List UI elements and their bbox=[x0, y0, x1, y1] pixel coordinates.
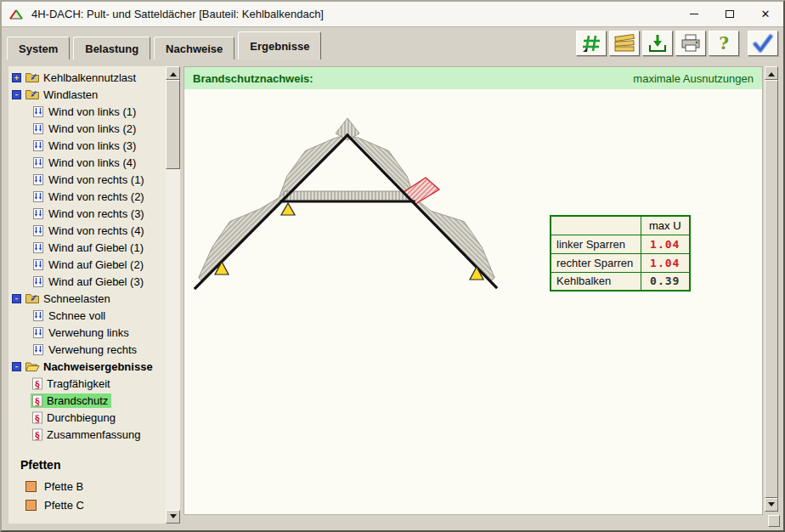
load-icon bbox=[31, 326, 45, 339]
scroll-up-button[interactable] bbox=[166, 66, 180, 80]
tree-item-label: Wind von rechts (4) bbox=[48, 224, 144, 237]
pfetten-heading: Pfetten bbox=[20, 458, 166, 472]
pcae-logo-icon bbox=[580, 33, 602, 54]
print-button[interactable] bbox=[675, 31, 706, 56]
tree-item[interactable]: Verwehung links bbox=[8, 324, 166, 341]
table-row: rechter Sparren1.04 bbox=[551, 253, 690, 272]
load-icon bbox=[31, 190, 45, 203]
timber-boards-icon bbox=[613, 33, 635, 54]
table-row: linker Sparren1.04 bbox=[551, 235, 690, 253]
help-icon: ? bbox=[713, 33, 735, 54]
close-icon: ✕ bbox=[761, 8, 771, 20]
load-icon bbox=[31, 309, 45, 322]
pcae-logo-button[interactable] bbox=[576, 31, 607, 56]
tree-item[interactable]: -Windlasten bbox=[8, 86, 166, 103]
scroll-thumb[interactable] bbox=[166, 80, 180, 169]
tab-ergebnisse[interactable]: Ergebnisse bbox=[238, 31, 321, 59]
tree-item[interactable]: §Brandschutz bbox=[8, 392, 166, 409]
tree-item[interactable]: +Kehlbalkennutzlast bbox=[8, 69, 166, 86]
scroll-track[interactable] bbox=[765, 80, 778, 498]
app-window: 4H-DACH: Pult- und Satteldächer [Bauteil… bbox=[0, 0, 785, 532]
resize-grip[interactable] bbox=[768, 515, 780, 527]
main-scrollbar[interactable] bbox=[765, 66, 778, 512]
pfetten-section: Pfetten Pfette BPfette C bbox=[8, 458, 166, 514]
tree-item[interactable]: §Durchbiegung bbox=[8, 409, 166, 426]
tree-item[interactable]: Verwehung rechts bbox=[8, 341, 166, 358]
pfette-item[interactable]: Pfette C bbox=[8, 495, 166, 514]
arrow-down-icon bbox=[170, 514, 177, 522]
tree-item[interactable]: Wind auf Giebel (3) bbox=[8, 273, 166, 290]
toolbar: ? bbox=[576, 31, 778, 59]
window-title: 4H-DACH: Pult- und Satteldächer [Bauteil… bbox=[31, 8, 676, 20]
paragraph-icon: § bbox=[31, 377, 43, 390]
close-button[interactable]: ✕ bbox=[748, 2, 783, 26]
scroll-down-button[interactable] bbox=[166, 510, 180, 524]
confirm-icon bbox=[752, 33, 774, 54]
utilization-value: 0.39 bbox=[641, 272, 690, 291]
maximize-button[interactable] bbox=[712, 2, 748, 26]
load-icon bbox=[31, 156, 45, 169]
left-rafter bbox=[195, 135, 347, 288]
arrow-up-icon bbox=[170, 69, 177, 76]
tree-item[interactable]: Wind von links (4) bbox=[8, 154, 166, 171]
pfette-swatch-icon bbox=[25, 481, 37, 492]
tree-item-label: Wind von rechts (2) bbox=[48, 190, 144, 203]
folder-load-icon bbox=[25, 88, 40, 100]
tree-item[interactable]: Wind auf Giebel (2) bbox=[8, 256, 166, 273]
help-button[interactable]: ? bbox=[709, 31, 739, 56]
table-header-row: max U bbox=[551, 216, 690, 235]
collapse-minus-icon[interactable]: - bbox=[12, 294, 21, 303]
tab-belastung[interactable]: Belastung bbox=[73, 37, 150, 59]
timber-boards-button[interactable] bbox=[609, 31, 640, 56]
print-icon bbox=[680, 33, 702, 54]
svg-text:?: ? bbox=[719, 33, 729, 54]
scroll-thumb[interactable] bbox=[765, 80, 778, 498]
tree-item[interactable]: Wind von rechts (1) bbox=[8, 171, 166, 188]
tree-item[interactable]: Wind von rechts (3) bbox=[8, 205, 166, 222]
tab-system[interactable]: System bbox=[7, 37, 70, 59]
content-area: +Kehlbalkennutzlast-WindlastenWind von l… bbox=[2, 59, 783, 530]
tab-nachweise[interactable]: Nachweise bbox=[154, 37, 234, 59]
paragraph-icon: § bbox=[31, 394, 43, 407]
app-icon bbox=[8, 7, 25, 22]
arrow-up-icon bbox=[768, 69, 775, 76]
tree-item[interactable]: Wind von links (3) bbox=[8, 137, 166, 154]
utilization-value: 1.04 bbox=[641, 235, 690, 253]
tree-item[interactable]: Schnee voll bbox=[8, 307, 166, 324]
tree-item[interactable]: -Schneelasten bbox=[8, 290, 166, 307]
tree-item[interactable]: §Zusammenfassung bbox=[8, 426, 166, 443]
sidebar-tree: +Kehlbalkennutzlast-WindlastenWind von l… bbox=[8, 69, 166, 443]
expand-plus-icon[interactable]: + bbox=[12, 73, 21, 82]
scroll-down-button[interactable] bbox=[765, 498, 778, 512]
collapse-minus-icon[interactable]: - bbox=[12, 362, 21, 371]
tree-item-label: Wind auf Giebel (1) bbox=[48, 241, 144, 254]
tree-item-label: Wind von links (1) bbox=[48, 105, 136, 118]
sidebar-scrollbar[interactable] bbox=[166, 66, 180, 524]
collapse-minus-icon[interactable]: - bbox=[12, 90, 21, 99]
tree-item-label: Wind auf Giebel (2) bbox=[48, 258, 144, 271]
minimize-button[interactable] bbox=[676, 2, 712, 26]
tree-item[interactable]: §Tragfähigkeit bbox=[8, 375, 166, 392]
tab-bar: SystemBelastungNachweiseErgebnisse bbox=[2, 27, 783, 59]
tree-item[interactable]: -Nachweisergebnisse bbox=[8, 358, 166, 375]
tree-item[interactable]: Wind von rechts (2) bbox=[8, 188, 166, 205]
scroll-up-button[interactable] bbox=[765, 66, 778, 80]
panel-subtitle: maximale Ausnutzungen bbox=[633, 72, 754, 85]
export-button[interactable] bbox=[642, 31, 673, 56]
svg-text:§: § bbox=[35, 395, 40, 406]
tree-item[interactable]: Wind auf Giebel (1) bbox=[8, 239, 166, 256]
scroll-track[interactable] bbox=[166, 80, 180, 510]
members bbox=[195, 135, 496, 288]
tree-item-label: Brandschutz bbox=[47, 394, 108, 407]
tree-item[interactable]: Wind von links (1) bbox=[8, 103, 166, 120]
tree-item-label: Wind von rechts (1) bbox=[48, 173, 144, 186]
tree-item-label: Wind von links (4) bbox=[48, 156, 136, 169]
tree-item-label: Verwehung links bbox=[48, 326, 129, 339]
pfette-item[interactable]: Pfette B bbox=[8, 477, 166, 495]
tree-item[interactable]: Wind von links (2) bbox=[8, 120, 166, 137]
truss-diagram bbox=[184, 89, 764, 516]
load-icon bbox=[31, 224, 45, 237]
tree-item[interactable]: Wind von rechts (4) bbox=[8, 222, 166, 239]
confirm-button[interactable] bbox=[748, 31, 778, 56]
results-table-body: linker Sparren1.04rechter Sparren1.04Keh… bbox=[551, 235, 690, 291]
